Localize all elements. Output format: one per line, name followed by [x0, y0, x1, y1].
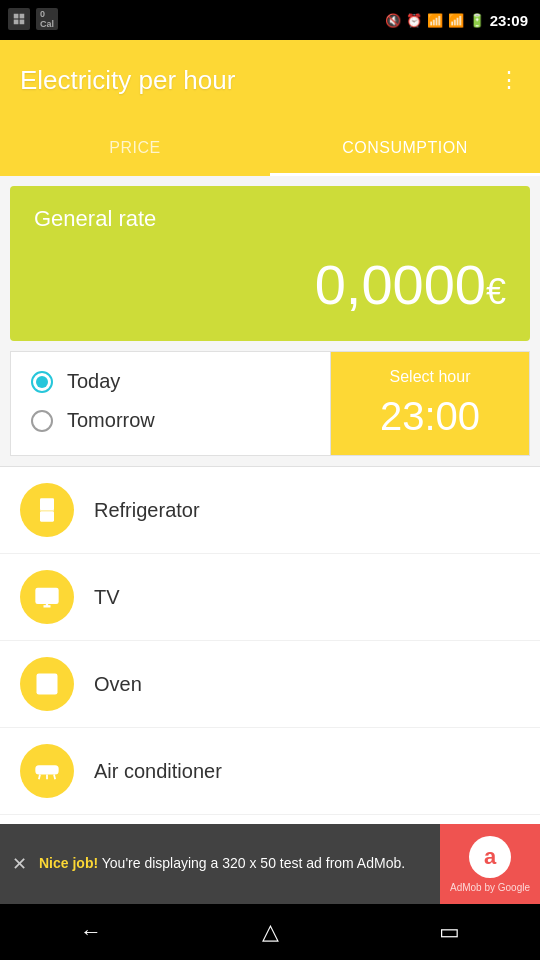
tomorrow-radio[interactable] — [31, 410, 53, 432]
app-notification-icon — [8, 8, 30, 30]
tomorrow-label: Tomorrow — [67, 409, 155, 432]
today-option[interactable]: Today — [31, 370, 310, 393]
admob-a-letter: a — [484, 844, 496, 870]
ad-banner: ✕ Nice job! You're displaying a 320 x 50… — [0, 824, 540, 904]
status-left-icons: 0Cal — [8, 8, 58, 30]
ad-close-button[interactable]: ✕ — [0, 853, 39, 875]
mute-icon: 🔇 — [385, 13, 401, 28]
recents-button[interactable]: ▭ — [409, 909, 490, 955]
tab-bar: PRICE CONSUMPTION — [0, 120, 540, 176]
status-right-icons: 🔇 ⏰ 📶 📶 🔋 23:09 — [385, 12, 528, 29]
today-radio-fill — [36, 376, 48, 388]
rate-card: General rate 0,0000€ — [10, 186, 530, 341]
svg-point-15 — [46, 676, 49, 679]
tab-price[interactable]: PRICE — [0, 120, 270, 176]
hour-select-label: Select hour — [390, 368, 471, 386]
svg-point-16 — [51, 676, 54, 679]
bottom-nav: ← △ ▭ — [0, 904, 540, 960]
rate-label: General rate — [34, 206, 506, 232]
app-title: Electricity per hour — [20, 65, 235, 96]
svg-line-20 — [54, 775, 55, 780]
svg-rect-5 — [40, 511, 54, 522]
calendar-icon: 0Cal — [36, 8, 58, 30]
svg-rect-3 — [20, 20, 25, 25]
hour-value: 23:00 — [380, 394, 480, 439]
today-label: Today — [67, 370, 120, 393]
svg-rect-21 — [39, 768, 55, 773]
refrigerator-name: Refrigerator — [94, 499, 200, 522]
wifi-icon: 📶 — [427, 13, 443, 28]
home-button[interactable]: △ — [232, 909, 309, 955]
tv-icon — [20, 570, 74, 624]
admob-circle: a — [469, 836, 511, 878]
menu-button[interactable]: ⋮ — [498, 67, 520, 93]
list-item[interactable]: Refrigerator — [0, 467, 540, 554]
back-button[interactable]: ← — [50, 909, 132, 955]
svg-rect-7 — [42, 502, 44, 507]
svg-point-14 — [40, 676, 43, 679]
admob-text: AdMob by Google — [450, 882, 530, 893]
status-bar: 0Cal 🔇 ⏰ 📶 📶 🔋 23:09 — [0, 0, 540, 40]
list-item[interactable]: Oven — [0, 641, 540, 728]
alarm-icon: ⏰ — [406, 13, 422, 28]
day-options: Today Tomorrow — [10, 351, 330, 456]
svg-rect-0 — [14, 14, 19, 19]
ad-text: Nice job! You're displaying a 320 x 50 t… — [39, 854, 440, 874]
svg-rect-8 — [42, 514, 44, 519]
svg-rect-4 — [40, 498, 54, 510]
rate-value: 0,0000€ — [34, 252, 506, 317]
ad-body-text: You're displaying a 320 x 50 test ad fro… — [98, 855, 405, 871]
svg-rect-1 — [20, 14, 25, 19]
signal-icon: 📶 — [448, 13, 464, 28]
hour-selector[interactable]: Select hour 23:00 — [330, 351, 530, 456]
day-selector: Today Tomorrow Select hour 23:00 — [10, 351, 530, 456]
refrigerator-icon — [20, 483, 74, 537]
svg-rect-9 — [35, 588, 58, 604]
ad-bold-text: Nice job! — [39, 855, 98, 871]
ac-icon — [20, 744, 74, 798]
list-item[interactable]: TV — [0, 554, 540, 641]
svg-line-18 — [39, 775, 40, 780]
list-item[interactable]: Air conditioner — [0, 728, 540, 815]
tab-consumption[interactable]: CONSUMPTION — [270, 120, 540, 176]
admob-logo[interactable]: a AdMob by Google — [440, 824, 540, 904]
tv-name: TV — [94, 586, 120, 609]
battery-icon: 🔋 — [469, 13, 485, 28]
oven-name: Oven — [94, 673, 142, 696]
today-radio[interactable] — [31, 371, 53, 393]
oven-icon — [20, 657, 74, 711]
svg-rect-2 — [14, 20, 19, 25]
ac-name: Air conditioner — [94, 760, 222, 783]
app-header: Electricity per hour ⋮ — [0, 40, 540, 120]
status-time: 23:09 — [490, 12, 528, 29]
tomorrow-option[interactable]: Tomorrow — [31, 409, 310, 432]
